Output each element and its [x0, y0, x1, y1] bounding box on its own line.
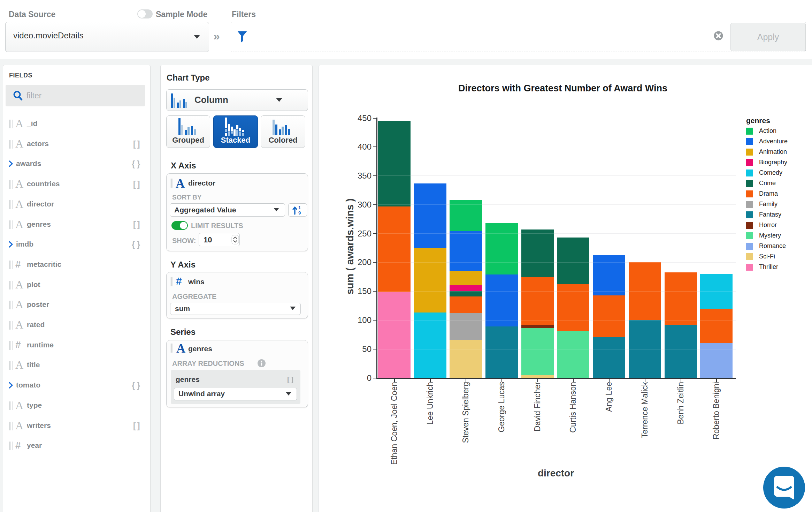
svg-text:9: 9	[298, 210, 301, 215]
svg-text:1: 1	[298, 205, 301, 210]
